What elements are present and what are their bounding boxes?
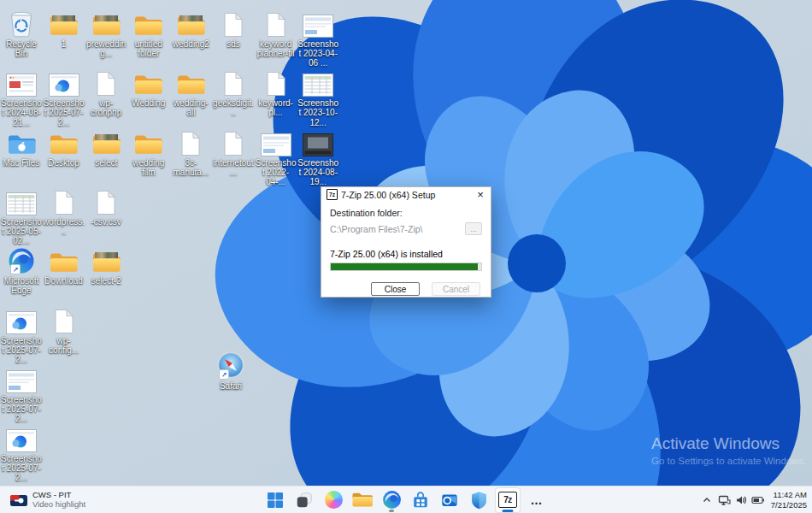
taskbar-file-explorer-button[interactable] xyxy=(350,487,375,513)
active-indicator xyxy=(503,510,514,512)
taskbar-start-button[interactable] xyxy=(262,487,288,513)
desktop-icon-label: Screenshot 2025-07-2... xyxy=(43,98,85,127)
shot-light-icon xyxy=(261,126,291,156)
taskbar-defender-button[interactable] xyxy=(466,487,491,513)
7zip-app-icon: 7z xyxy=(327,189,338,200)
desktop-icon-1[interactable]: 1 xyxy=(44,7,85,49)
desktop-icon-wordpress[interactable]: wordpress... xyxy=(44,185,85,236)
progress-bar-fill xyxy=(331,263,478,270)
desktop-icon-label: select-2 xyxy=(91,276,121,286)
shortcut-arrow-icon: ↗ xyxy=(10,264,21,274)
desktop-icon-wp-config[interactable]: wp-config... xyxy=(44,304,85,355)
folder-image-icon xyxy=(91,126,121,156)
desktop-icon-screenshot-2023-10-12[interactable]: Screenshot 2023-10-12... xyxy=(297,66,338,127)
install-status-text: 7-Zip 25.00 (x64) is installed xyxy=(330,249,482,259)
taskbar-outlook-button[interactable] xyxy=(437,487,462,513)
dialog-titlebar[interactable]: 7z 7-Zip 25.00 (x64) Setup × xyxy=(321,187,491,202)
clock[interactable]: 11:42 AM 7/21/2025 xyxy=(771,490,807,510)
destination-path-field[interactable]: C:\Program Files\7-Zip\ xyxy=(330,224,460,234)
taskbar-copilot-button[interactable] xyxy=(321,487,346,513)
desktop-icon-internetout[interactable]: internetout... xyxy=(213,126,254,177)
desktop-icon-select-2[interactable]: select-2 xyxy=(85,244,127,286)
desktop-icon-label: prewedding... xyxy=(85,39,127,58)
desktop-icon-untitled-folder[interactable]: untitled folder xyxy=(128,7,169,58)
shot-cloud-icon xyxy=(6,304,37,334)
desktop-icon-geeksdigit[interactable]: geeksdigit... xyxy=(213,66,254,117)
desktop-icon-wedding-all[interactable]: wedding-all xyxy=(170,66,211,117)
desktop-icon-microsoft-edge[interactable]: ↗Microsoft Edge xyxy=(1,244,42,295)
close-button[interactable]: Close xyxy=(371,282,420,296)
desktop-icon-select[interactable]: select xyxy=(85,126,127,168)
desktop-icon-wedding2[interactable]: wedding2 xyxy=(170,7,211,49)
desktop-icon-sds[interactable]: sds xyxy=(213,7,254,49)
desktop-icon-label: Microsoft Edge xyxy=(1,276,42,295)
running-indicator xyxy=(389,510,394,512)
battery-icon xyxy=(751,495,765,505)
desktop-icon-label: select xyxy=(95,158,117,168)
desktop-icon-screenshot-2024-08-19[interactable]: Screenshot 2024-08-19... xyxy=(297,126,338,187)
chevron-up-icon xyxy=(702,495,712,505)
desktop-icon-label: geeksdigit... xyxy=(212,98,255,117)
desktop-icon-label: Mac Files xyxy=(3,158,40,168)
mlb-logo-icon xyxy=(10,495,27,506)
taskbar-more-button[interactable]: … xyxy=(524,487,550,513)
desktop-icon-wedding[interactable]: Wedding xyxy=(128,66,169,108)
desktop-icon-screenshot-2022-04[interactable]: Screenshot 2022-04-... xyxy=(256,126,297,187)
desktop-icon-wedding-film[interactable]: wedding film xyxy=(128,126,169,177)
desktop-icon-label: wedding-all xyxy=(170,98,211,117)
desktop-icon-screenshot-2025-07-2[interactable]: Screenshot 2025-07-2... xyxy=(1,304,42,365)
desktop-icon-label: Screenshot 2024-08-21... xyxy=(0,98,43,127)
taskbar-task-view-button[interactable] xyxy=(291,487,317,513)
edge-icon: ↗ xyxy=(8,244,35,274)
desktop-icon-label: -csv.csv xyxy=(91,217,121,227)
desktop-icon-screenshot-2024-08-21[interactable]: Screenshot 2024-08-21... xyxy=(1,66,42,127)
desktop-icon-wp-cronphp[interactable]: wp-cronphp xyxy=(85,66,127,117)
desktop-icon-screenshot-2025-05-02[interactable]: Screenshot 2025-05-02... xyxy=(1,185,42,246)
widgets-button[interactable]: CWS - PIT Video highlight xyxy=(5,486,91,513)
folder-icon xyxy=(49,126,79,156)
windows-desktop: Recycle Bin 1 prewedding... untitled fol… xyxy=(0,0,812,513)
shot-cloud-icon xyxy=(49,66,79,97)
desktop-icon-label: wp-cronphp xyxy=(85,98,127,117)
desktop-icon-desktop[interactable]: Desktop xyxy=(44,126,85,168)
taskbar-seven-zip-button[interactable]: 7z xyxy=(495,487,521,513)
desktop-icon-recycle-bin[interactable]: Recycle Bin xyxy=(1,7,42,58)
desktop-icon-label: keyword planner-til xyxy=(256,39,297,58)
desktop-icon-mac-files[interactable]: Mac Files xyxy=(1,126,42,168)
desktop-icon-label: 3c-manuta... xyxy=(170,158,211,177)
folder-image-icon xyxy=(91,244,121,274)
desktop-icon-prewedding[interactable]: prewedding... xyxy=(85,7,127,58)
desktop-icon-label: keyword-pl... xyxy=(256,98,297,117)
taskbar-edge-button[interactable] xyxy=(379,487,404,513)
recycle-icon xyxy=(9,7,34,38)
desktop-icon-label: Screenshot 2025-07-2... xyxy=(0,395,43,424)
desktop-icon-csv-csv[interactable]: -csv.csv xyxy=(85,185,127,227)
desktop-icon-download[interactable]: Download xyxy=(44,244,85,286)
taskbar-store-button[interactable] xyxy=(408,487,433,513)
desktop-icon-label: Desktop xyxy=(48,158,79,168)
desktop-icon-3c-manuta[interactable]: 3c-manuta... xyxy=(170,126,211,177)
shot-table-icon xyxy=(6,185,37,215)
desktop-icon-safari[interactable]: ↗Safari xyxy=(210,349,251,391)
browse-button[interactable]: ... xyxy=(465,222,482,235)
destination-path-row: C:\Program Files\7-Zip\ ... xyxy=(330,222,482,235)
tray-status-icons[interactable] xyxy=(718,494,765,506)
desktop-icon-keyword-pl[interactable]: keyword-pl... xyxy=(256,66,297,117)
desktop-icon-screenshot-2025-07-2[interactable]: Screenshot 2025-07-2... xyxy=(1,422,42,483)
desktop-icon-keyword-planner-til[interactable]: keyword planner-til xyxy=(256,7,297,58)
cancel-button[interactable]: Cancel xyxy=(432,282,480,296)
desktop-icon-screenshot-2025-07-2[interactable]: Screenshot 2025-07-2... xyxy=(1,363,42,424)
dialog-buttons: Close Cancel xyxy=(330,282,482,296)
tray-overflow-chevron[interactable] xyxy=(702,495,712,505)
close-icon[interactable]: × xyxy=(474,189,487,201)
desktop-icon-screenshot-2023-04-06[interactable]: Screenshot 2023-04-06 ... xyxy=(297,7,338,68)
dialog-title: 7-Zip 25.00 (x64) Setup xyxy=(341,190,470,200)
folder-icon xyxy=(133,126,163,156)
desktop-icon-label: Wedding xyxy=(132,98,165,108)
desktop-icon-label: Screenshot 2025-07-2... xyxy=(0,454,43,483)
taskbar-center-icons: 7z… xyxy=(262,486,550,513)
shot-table-icon xyxy=(303,66,333,97)
shot-light-icon xyxy=(6,363,37,393)
desktop-icon-screenshot-2025-07-2[interactable]: Screenshot 2025-07-2... xyxy=(44,66,85,127)
desktop-icon-label: 1 xyxy=(62,39,67,49)
